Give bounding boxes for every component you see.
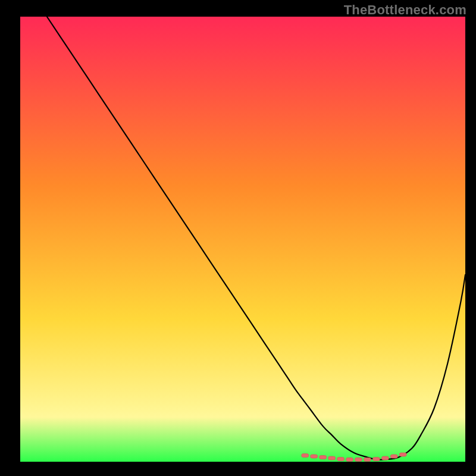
highlight-marker	[390, 455, 397, 458]
bottleneck-plot	[20, 17, 465, 462]
highlight-marker	[399, 453, 406, 456]
highlight-marker	[302, 454, 309, 458]
highlight-marker	[320, 456, 327, 459]
highlight-marker	[364, 458, 371, 461]
highlight-marker	[355, 458, 362, 461]
highlight-marker	[337, 458, 345, 461]
highlight-marker	[346, 458, 353, 461]
highlight-marker	[381, 456, 389, 460]
chart-container: TheBottleneck.com	[0, 0, 476, 476]
highlight-marker	[328, 456, 336, 460]
plot-background	[20, 17, 465, 462]
highlight-marker	[311, 455, 318, 458]
highlight-marker	[372, 458, 380, 461]
watermark: TheBottleneck.com	[344, 2, 466, 18]
